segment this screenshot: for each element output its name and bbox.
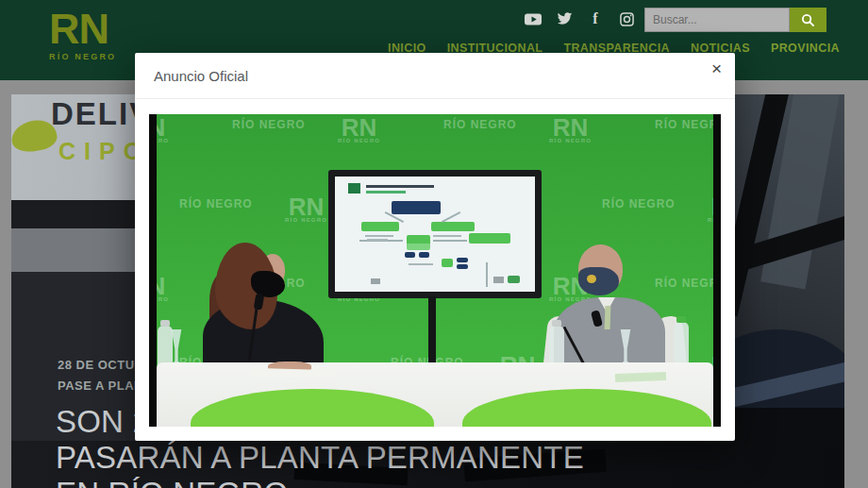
instagram-icon[interactable] — [618, 11, 635, 26]
backdrop-logo: RÍO NEGRO — [179, 197, 253, 210]
flowchart-box — [405, 252, 415, 258]
youtube-icon[interactable] — [525, 11, 542, 26]
site-logo[interactable]: RN RÍO NEGRO — [49, 8, 116, 61]
announcement-modal: Anuncio Oficial × RNRÍO NEGRORÍO NEGRORN… — [135, 53, 735, 441]
search-button[interactable] — [790, 8, 826, 32]
headline-line: PASARÁN A PLANTA PERMANENTE — [56, 440, 584, 476]
slide-text-bar — [367, 239, 388, 241]
tv-stand — [428, 296, 436, 368]
photo-edge-bar — [713, 114, 721, 427]
flowchart-box — [457, 258, 468, 262]
backdrop-logo: RÍO NEGRO — [655, 118, 721, 131]
press-conference-photo: RNRÍO NEGRORÍO NEGRORNRÍO NEGRORÍO NEGRO… — [149, 114, 721, 427]
search-box — [644, 8, 826, 32]
flowchart-box — [392, 201, 441, 214]
flowchart-arrow — [433, 240, 467, 242]
presenter-right-facemask — [578, 267, 619, 295]
facebook-icon[interactable]: f — [587, 11, 604, 26]
logo-subtext: RÍO NEGRO — [49, 52, 116, 61]
slide-footer-logo — [493, 277, 504, 283]
headline-line: EN RÍO NEGRO — [56, 476, 584, 488]
flowchart-box — [469, 233, 510, 244]
slide-footer-logo — [508, 276, 520, 283]
search-icon — [801, 13, 815, 27]
slide-text-bar — [409, 263, 433, 265]
nav-provincia[interactable]: PROVINCIA — [771, 42, 840, 55]
photo-edge-bar — [149, 114, 157, 427]
backdrop-logo: RÍO NEGRO — [232, 118, 306, 131]
slide-logo-square — [348, 183, 360, 194]
flowchart-arrow — [486, 262, 488, 287]
flowchart-box — [431, 222, 475, 231]
flowchart-box — [407, 235, 430, 250]
slide-title-bar — [366, 185, 434, 188]
slide-text-bar — [433, 235, 461, 237]
tv-screen-slide — [335, 177, 535, 292]
twitter-icon[interactable] — [556, 11, 573, 26]
backdrop-logo: RÍO NEGRO — [602, 197, 676, 210]
flowchart-arrow — [442, 211, 460, 223]
social-links: f — [525, 11, 635, 26]
slide-footer-logo — [371, 278, 380, 284]
facemask-logo — [587, 275, 596, 283]
modal-title: Anuncio Oficial — [154, 53, 248, 99]
presenter-right-tie — [605, 306, 611, 329]
backdrop-logo: RÍO NEGRO — [443, 118, 517, 131]
backdrop-logo: RÍO NEGRO — [655, 277, 721, 290]
slide-text-bar — [365, 235, 393, 237]
page: RN RÍO NEGRO f — [0, 0, 868, 488]
close-icon[interactable]: × — [711, 58, 722, 80]
modal-header: Anuncio Oficial × — [135, 53, 735, 99]
backdrop-logo: RNRÍO NEGRO — [338, 118, 380, 143]
logo-mark: RN — [49, 8, 116, 51]
search-input[interactable] — [644, 8, 790, 32]
flowchart-box — [457, 264, 468, 269]
flowchart-box — [361, 222, 399, 231]
green-folder — [615, 372, 666, 382]
flowchart-box — [419, 252, 429, 258]
slide-subtitle-bar — [366, 191, 406, 194]
backdrop-logo: RNRÍO NEGRO — [549, 118, 592, 143]
backdrop-logo: RNRÍO NEGRO — [285, 197, 327, 223]
tv-display — [328, 170, 542, 298]
flowchart-box — [442, 259, 453, 267]
